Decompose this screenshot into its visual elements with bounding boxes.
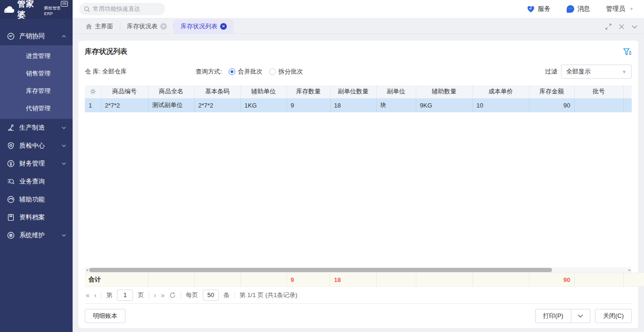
last-page-button[interactable]: »	[161, 292, 165, 299]
sidebar-item-data-archive[interactable]: 资料档案	[0, 208, 73, 226]
page-title: 库存状况列表	[85, 47, 127, 56]
divider	[234, 292, 235, 299]
sidebar-item-sales-mgmt[interactable]: 销售管理	[0, 65, 73, 82]
tab-home[interactable]: 主界面	[79, 19, 120, 33]
inventory-status-card: 库存状况列表 仓 库: 全部仓库 查询方式: 合并批次	[78, 41, 638, 328]
column-header[interactable]: 成本单价	[472, 85, 529, 98]
sidebar-item-consignment-mgmt[interactable]: 代销管理	[0, 100, 73, 117]
robot-arm-icon	[7, 124, 15, 132]
filter-row: 仓 库: 全部仓库 查询方式: 合并批次 拆分批次 过滤	[85, 65, 632, 79]
chevron-up-icon	[62, 35, 66, 38]
refresh-icon[interactable]	[169, 292, 176, 299]
heart-icon	[527, 6, 535, 13]
tab-label: 库存状况列表	[181, 22, 217, 31]
per-page-prefix: 每页	[186, 291, 198, 299]
sidebar-item-manufacturing[interactable]: 生产制造	[0, 119, 73, 137]
close-icon[interactable]: ✕	[160, 23, 167, 30]
sub-unit-qty-cell: 18	[330, 98, 376, 112]
gear-circle-icon	[7, 232, 15, 240]
column-header[interactable]: 商品全名	[148, 85, 194, 98]
page-prefix: 第	[106, 291, 112, 299]
scroll-left-icon[interactable]: ◂	[85, 267, 89, 273]
sidebar-item-quality-center[interactable]: 质检中心	[0, 137, 73, 155]
pagination-summary: 第 1/1 页 (共1条记录)	[239, 291, 297, 299]
sidebar-item-system-maintenance[interactable]: 系统维护	[0, 226, 73, 244]
sidebar-item-business-query[interactable]: 业务查询	[0, 173, 73, 191]
filter-select[interactable]: 全部显示 ▼	[561, 65, 632, 79]
column-header[interactable]: 库存数量	[287, 85, 330, 98]
sidebar-item-label: 财务管理	[19, 159, 57, 168]
detail-ledger-button[interactable]: 明细账本	[85, 309, 125, 323]
quick-search[interactable]	[79, 3, 165, 15]
app-logo: 管家婆 辉煌智造ERP 05	[0, 0, 73, 19]
sidebar-item-finance[interactable]: 财务管理	[0, 155, 73, 173]
archive-bookmark-icon	[7, 214, 15, 222]
chevron-down-icon	[62, 144, 66, 147]
print-dropdown-button[interactable]	[571, 309, 590, 323]
per-page-input[interactable]	[203, 290, 219, 301]
brand-version-badge: 05	[61, 1, 68, 7]
column-header[interactable]: 副单位数量	[330, 85, 376, 98]
sidebar-item-auxiliary[interactable]: 辅助功能	[0, 191, 73, 208]
next-page-button[interactable]: ›	[154, 292, 156, 299]
close-icon[interactable]: ✕	[220, 23, 227, 30]
maximize-icon[interactable]	[605, 24, 611, 30]
radio-merge-batch[interactable]: 合并批次	[229, 67, 263, 76]
window-controls	[605, 24, 637, 33]
column-header[interactable]: 辅助单位	[240, 85, 287, 98]
service-label: 服务	[538, 5, 551, 13]
horizontal-scrollbar[interactable]: ◂ ▸	[85, 267, 632, 273]
close-button[interactable]: 关闭(C)	[595, 309, 632, 323]
column-header[interactable]: 商品编号	[101, 85, 148, 98]
warehouse-value[interactable]: 全部仓库	[102, 68, 127, 75]
column-settings-header[interactable]	[85, 85, 101, 98]
sidebar-item-inventory-mgmt[interactable]: 库存管理	[0, 82, 73, 100]
collapse-icon[interactable]	[632, 25, 637, 29]
sidebar-item-label: 资料档案	[19, 213, 66, 222]
sidebar-item-production-sales[interactable]: 产销协同	[0, 27, 73, 45]
user-menu[interactable]: 管理员 ▼	[606, 5, 634, 13]
topbar: 服务 ··· 消息 管理员 ▼	[73, 0, 644, 18]
search-icon	[84, 6, 90, 12]
page-number-input[interactable]	[117, 290, 133, 301]
swoosh-circle-icon	[7, 196, 15, 204]
column-header[interactable]: 生	[623, 85, 632, 98]
sidebar-submenu: 进货管理 销售管理 库存管理 代销管理	[0, 45, 73, 119]
sidebar-item-label: 辅助功能	[19, 195, 66, 204]
card-footer: 明细账本 打印(P) 关闭(C)	[85, 304, 632, 328]
message-menu[interactable]: ··· 消息	[567, 5, 590, 13]
chevron-down-icon	[62, 234, 66, 237]
table-row[interactable]: 1 2*7*2 测试副单位 2*7*2 1KG 9 18 块 9KG 10 90	[85, 98, 632, 112]
prod-date-cell	[623, 98, 632, 112]
scroll-right-icon[interactable]: ▸	[627, 267, 632, 273]
chevron-down-icon	[62, 162, 66, 165]
scrollbar-thumb[interactable]	[89, 268, 552, 272]
prev-page-button[interactable]: ‹	[94, 292, 97, 299]
sidebar-item-purchase-mgmt[interactable]: 进货管理	[0, 47, 73, 65]
search-input[interactable]	[93, 6, 159, 12]
sidebar-item-label: 业务查询	[19, 177, 66, 186]
radio-split-batch[interactable]: 拆分批次	[269, 67, 303, 76]
column-header[interactable]: 库存金额	[529, 85, 574, 98]
column-header[interactable]: 基本条码	[194, 85, 240, 98]
barcode-cell: 2*7*2	[194, 98, 240, 112]
shield-icon	[7, 142, 15, 150]
first-page-button[interactable]: «	[86, 292, 90, 299]
service-menu[interactable]: 服务	[527, 5, 551, 13]
pagination: « ‹ 第 页 › » 每页 条 第 1/1 页 (共1条记录)	[85, 287, 632, 304]
filter-selected-value: 全部显示	[566, 67, 591, 76]
tab-inventory-status[interactable]: 库存状况表 ✕	[120, 19, 173, 33]
column-header[interactable]: 批号	[574, 85, 623, 98]
tab-inventory-status-list[interactable]: 库存状况列表 ✕	[174, 19, 233, 33]
row-number-cell: 1	[85, 98, 101, 112]
tab-label: 主界面	[95, 22, 113, 31]
sidebar-item-label: 产销协同	[19, 32, 57, 41]
search-lines-icon	[7, 178, 15, 186]
column-header[interactable]: 辅助数量	[416, 85, 472, 98]
column-header[interactable]: 副单位	[376, 85, 416, 98]
close-icon[interactable]	[619, 24, 624, 29]
radio-selected-icon	[229, 68, 235, 75]
print-button[interactable]: 打印(P)	[535, 309, 571, 323]
filter-funnel-icon[interactable]	[623, 48, 632, 56]
stock-qty-cell: 9	[287, 98, 330, 112]
